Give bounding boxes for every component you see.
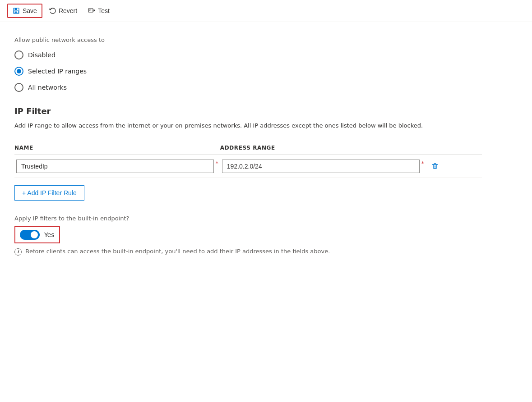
toggle-thumb xyxy=(31,231,38,238)
radio-disabled[interactable]: Disabled xyxy=(14,50,482,59)
save-button[interactable]: Save xyxy=(7,4,42,18)
endpoint-label: Apply IP filters to the built-in endpoin… xyxy=(14,215,482,222)
name-cell: * xyxy=(14,155,220,178)
radio-label-all-networks: All networks xyxy=(28,84,67,91)
radio-all-networks[interactable]: All networks xyxy=(14,83,482,92)
toolbar: Save Revert Test xyxy=(0,0,532,22)
network-access-label: Allow public network access to xyxy=(14,37,482,43)
save-label: Save xyxy=(23,7,37,14)
svg-rect-4 xyxy=(88,9,93,12)
toggle-track xyxy=(20,230,40,240)
address-input-wrapper: * xyxy=(222,160,424,173)
col-header-address: ADDRESS RANGE xyxy=(220,141,426,155)
table-row: * * xyxy=(14,155,482,178)
address-cell: * xyxy=(220,155,426,178)
radio-label-disabled: Disabled xyxy=(28,51,56,59)
test-icon xyxy=(88,7,95,14)
info-icon: i xyxy=(14,248,22,256)
address-input[interactable] xyxy=(222,160,420,173)
toggle-switch[interactable] xyxy=(20,230,40,240)
name-required-star: * xyxy=(216,160,218,167)
save-icon xyxy=(13,7,20,14)
col-header-action xyxy=(426,141,482,155)
action-cell xyxy=(426,155,482,178)
ip-filter-desc: Add IP range to allow access from the in… xyxy=(14,121,482,130)
test-button[interactable]: Test xyxy=(83,5,114,17)
delete-row-button[interactable] xyxy=(428,161,442,172)
add-rule-label: + Add IP Filter Rule xyxy=(22,189,77,196)
radio-label-selected-ip: Selected IP ranges xyxy=(28,68,87,75)
toggle-value-label: Yes xyxy=(44,231,55,238)
revert-icon xyxy=(49,7,56,14)
name-input[interactable] xyxy=(16,160,214,173)
svg-rect-3 xyxy=(15,12,17,13)
radio-circle-selected-ip xyxy=(14,67,23,76)
radio-circle-disabled xyxy=(14,50,23,59)
ip-filter-table: NAME ADDRESS RANGE * xyxy=(14,141,482,178)
info-text: Before clients can access the built-in e… xyxy=(25,248,330,255)
revert-button[interactable]: Revert xyxy=(44,5,82,17)
address-required-star: * xyxy=(421,160,424,167)
network-access-radio-group: Disabled Selected IP ranges All networks xyxy=(14,50,482,92)
endpoint-section: Apply IP filters to the built-in endpoin… xyxy=(14,215,482,256)
add-ip-filter-rule-button[interactable]: + Add IP Filter Rule xyxy=(14,185,84,201)
name-input-wrapper: * xyxy=(16,160,218,173)
radio-circle-all-networks xyxy=(14,83,23,92)
svg-rect-1 xyxy=(15,8,17,10)
info-row: i Before clients can access the built-in… xyxy=(14,248,482,256)
test-label: Test xyxy=(98,7,110,14)
ip-filter-title: IP Filter xyxy=(14,106,482,116)
radio-selected-ip-ranges[interactable]: Selected IP ranges xyxy=(14,67,482,76)
trash-icon xyxy=(431,163,439,170)
toggle-row: Yes xyxy=(14,226,60,243)
revert-label: Revert xyxy=(59,7,77,14)
ip-filter-section: IP Filter Add IP range to allow access f… xyxy=(14,106,482,201)
main-content: Allow public network access to Disabled … xyxy=(0,22,496,275)
col-header-name: NAME xyxy=(14,141,220,155)
